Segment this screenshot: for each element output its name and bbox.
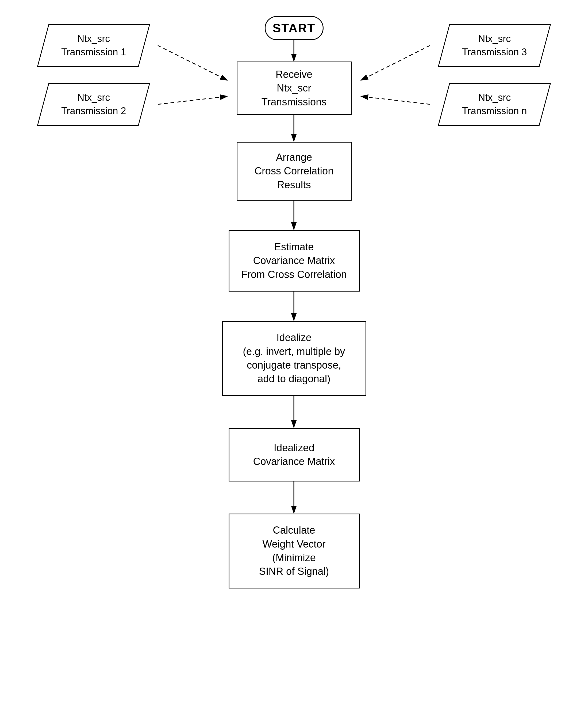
- receive-box: Receive Ntx_scr Transmissions: [237, 62, 352, 115]
- calculate-label: Calculate Weight Vector (Minimize SINR o…: [259, 523, 329, 578]
- txn-label: Ntx_src Transmission n: [462, 91, 527, 118]
- receive-label: Receive Ntx_scr Transmissions: [261, 68, 327, 109]
- calculate-box: Calculate Weight Vector (Minimize SINR o…: [229, 514, 360, 589]
- arrange-label: Arrange Cross Correlation Results: [255, 150, 334, 192]
- idealized-result-label: Idealized Covariance Matrix: [253, 441, 335, 469]
- estimate-box: Estimate Covariance Matrix From Cross Co…: [229, 230, 360, 291]
- idealize-process-box: Idealize (e.g. invert, multiple by conju…: [222, 321, 366, 396]
- tx2-shape: Ntx_src Transmission 2: [37, 83, 150, 126]
- start-node: START: [265, 16, 323, 40]
- svg-line-9: [158, 96, 227, 104]
- tx3-shape: Ntx_src Transmission 3: [438, 24, 551, 67]
- tx2-label: Ntx_src Transmission 2: [61, 91, 126, 118]
- tx1-label: Ntx_src Transmission 1: [61, 32, 126, 59]
- idealized-result-box: Idealized Covariance Matrix: [229, 428, 360, 481]
- svg-line-10: [361, 45, 430, 80]
- flowchart: START Receive Ntx_scr Transmissions Arra…: [0, 0, 588, 719]
- arrange-box: Arrange Cross Correlation Results: [237, 142, 352, 201]
- start-label: START: [273, 21, 316, 35]
- svg-line-8: [158, 45, 227, 80]
- idealize-process-label: Idealize (e.g. invert, multiple by conju…: [243, 331, 345, 386]
- tx3-label: Ntx_src Transmission 3: [462, 32, 527, 59]
- svg-line-11: [361, 96, 430, 104]
- txn-shape: Ntx_src Transmission n: [438, 83, 551, 126]
- estimate-label: Estimate Covariance Matrix From Cross Co…: [241, 240, 347, 281]
- tx1-shape: Ntx_src Transmission 1: [37, 24, 150, 67]
